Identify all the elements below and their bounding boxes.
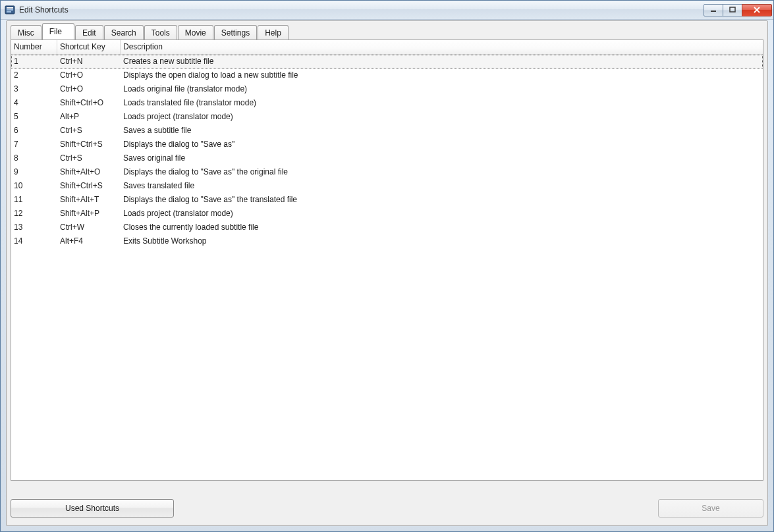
cell-shortcut-key: Shift+Alt+O (57, 165, 121, 179)
svg-rect-4 (711, 11, 716, 12)
cell-shortcut-key: Shift+Ctrl+S (57, 138, 121, 151)
cell-number: 7 (11, 138, 57, 151)
table-body: 1Ctrl+NCreates a new subtitle file2Ctrl+… (11, 55, 763, 248)
svg-rect-3 (7, 11, 11, 13)
tab-search[interactable]: Search (104, 25, 144, 40)
column-header-number[interactable]: Number (11, 40, 57, 54)
tab-settings[interactable]: Settings (214, 25, 257, 40)
app-icon (5, 5, 15, 15)
used-shortcuts-button[interactable]: Used Shortcuts (11, 499, 174, 518)
table-row[interactable]: 7Shift+Ctrl+SDisplays the dialog to "Sav… (11, 138, 763, 151)
cell-shortcut-key: Ctrl+S (57, 151, 121, 165)
client-area: MiscFileEditSearchToolsMovieSettingsHelp… (6, 20, 768, 526)
tab-movie[interactable]: Movie (178, 25, 213, 40)
table-row[interactable]: 11Shift+Alt+TDisplays the dialog to "Sav… (11, 193, 763, 207)
table-row[interactable]: 14Alt+F4Exits Subtitle Workshop (11, 234, 763, 248)
cell-shortcut-key: Ctrl+O (57, 68, 121, 82)
bottom-bar: Used Shortcuts Save (11, 495, 763, 521)
cell-number: 9 (11, 165, 57, 179)
titlebar[interactable]: Edit Shortcuts (1, 1, 773, 20)
cell-shortcut-key: Ctrl+W (57, 221, 121, 234)
cell-description: Loads translated file (translator mode) (121, 96, 763, 110)
cell-description: Displays the dialog to "Save as" (121, 138, 763, 151)
tab-edit[interactable]: Edit (75, 25, 103, 40)
cell-shortcut-key: Ctrl+O (57, 82, 121, 96)
cell-description: Displays the dialog to "Save as" the ori… (121, 165, 763, 179)
table-row[interactable]: 10Shift+Ctrl+SSaves translated file (11, 179, 763, 193)
maximize-button[interactable] (723, 4, 742, 16)
window-title: Edit Shortcuts (19, 5, 704, 14)
tab-misc[interactable]: Misc (11, 25, 41, 40)
cell-description: Saves translated file (121, 179, 763, 193)
save-button[interactable]: Save (658, 499, 763, 518)
cell-description: Displays the open dialog to load a new s… (121, 68, 763, 82)
window: Edit Shortcuts MiscFileEditSearchToolsMo… (0, 0, 774, 532)
tabstrip: MiscFileEditSearchToolsMovieSettingsHelp (11, 24, 763, 40)
cell-description: Loads original file (translator mode) (121, 82, 763, 96)
table-row[interactable]: 6Ctrl+SSaves a subtitle file (11, 124, 763, 138)
cell-number: 14 (11, 234, 57, 248)
shortcuts-table: Number Shortcut Key Description 1Ctrl+NC… (11, 40, 763, 481)
table-header: Number Shortcut Key Description (11, 40, 763, 55)
table-row[interactable]: 13Ctrl+WCloses the currently loaded subt… (11, 221, 763, 234)
cell-shortcut-key: Alt+P (57, 110, 121, 124)
table-row[interactable]: 12Shift+Alt+PLoads project (translator m… (11, 207, 763, 221)
column-header-description[interactable]: Description (121, 40, 763, 54)
table-row[interactable]: 8Ctrl+SSaves original file (11, 151, 763, 165)
cell-number: 6 (11, 124, 57, 138)
cell-number: 11 (11, 193, 57, 207)
cell-number: 3 (11, 82, 57, 96)
cell-shortcut-key: Shift+Alt+P (57, 207, 121, 221)
table-row[interactable]: 4Shift+Ctrl+OLoads translated file (tran… (11, 96, 763, 110)
close-button[interactable] (742, 4, 772, 16)
table-row[interactable]: 5Alt+PLoads project (translator mode) (11, 110, 763, 124)
tab-tools[interactable]: Tools (144, 25, 177, 40)
cell-number: 2 (11, 68, 57, 82)
minimize-button[interactable] (704, 4, 723, 16)
table-row[interactable]: 9Shift+Alt+ODisplays the dialog to "Save… (11, 165, 763, 179)
cell-shortcut-key: Ctrl+N (57, 55, 121, 68)
svg-rect-2 (7, 9, 13, 11)
cell-number: 10 (11, 179, 57, 193)
tab-file[interactable]: File (42, 23, 74, 40)
svg-rect-1 (7, 7, 13, 9)
cell-shortcut-key: Shift+Ctrl+S (57, 179, 121, 193)
cell-description: Loads project (translator mode) (121, 207, 763, 221)
cell-number: 4 (11, 96, 57, 110)
cell-description: Saves original file (121, 151, 763, 165)
tab-help[interactable]: Help (258, 25, 289, 40)
cell-description: Loads project (translator mode) (121, 110, 763, 124)
cell-shortcut-key: Ctrl+S (57, 124, 121, 138)
cell-number: 5 (11, 110, 57, 124)
cell-shortcut-key: Shift+Alt+T (57, 193, 121, 207)
cell-description: Exits Subtitle Workshop (121, 234, 763, 248)
window-controls (704, 4, 772, 16)
cell-shortcut-key: Shift+Ctrl+O (57, 96, 121, 110)
cell-description: Closes the currently loaded subtitle fil… (121, 221, 763, 234)
table-row[interactable]: 1Ctrl+NCreates a new subtitle file (11, 55, 763, 68)
svg-rect-5 (730, 7, 735, 12)
cell-number: 1 (11, 55, 57, 68)
cell-description: Saves a subtitle file (121, 124, 763, 138)
cell-number: 12 (11, 207, 57, 221)
cell-description: Displays the dialog to "Save as" the tra… (121, 193, 763, 207)
table-row[interactable]: 3Ctrl+OLoads original file (translator m… (11, 82, 763, 96)
cell-shortcut-key: Alt+F4 (57, 234, 121, 248)
table-row[interactable]: 2Ctrl+ODisplays the open dialog to load … (11, 68, 763, 82)
column-header-shortcut-key[interactable]: Shortcut Key (57, 40, 121, 54)
cell-number: 13 (11, 221, 57, 234)
cell-number: 8 (11, 151, 57, 165)
cell-description: Creates a new subtitle file (121, 55, 763, 68)
